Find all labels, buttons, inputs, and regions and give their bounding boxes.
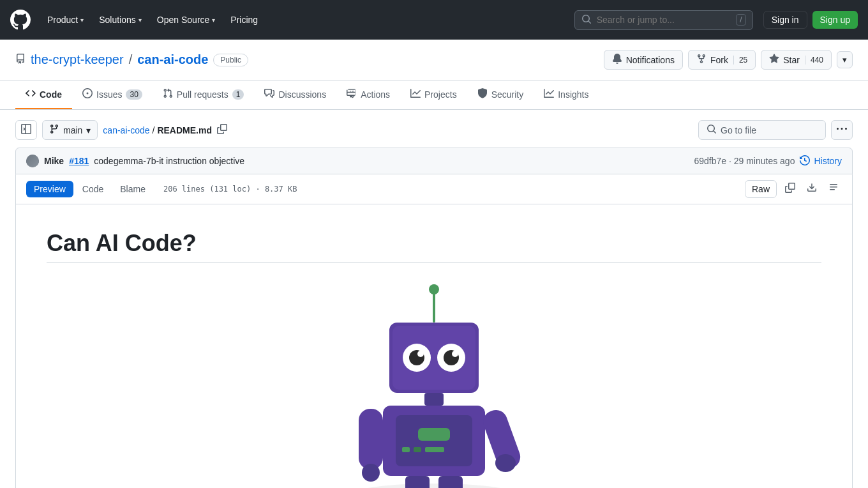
tab-code[interactable]: Code	[15, 80, 72, 109]
fork-label: Fork	[710, 55, 728, 65]
repo-tabs: Code Issues 30 Pull requests 1 Discussio…	[0, 80, 868, 110]
copy-content-button[interactable]	[782, 179, 798, 199]
history-icon	[800, 155, 810, 167]
robot-illustration	[47, 278, 821, 488]
notifications-button[interactable]: Notifications	[604, 50, 683, 70]
tab-code[interactable]: Code	[75, 181, 111, 197]
nav-auth: Sign in Sign up	[763, 11, 858, 29]
raw-button[interactable]: Raw	[745, 180, 777, 198]
svg-rect-15	[402, 447, 410, 452]
tab-actions[interactable]: Actions	[336, 80, 400, 109]
svg-rect-17	[425, 447, 444, 452]
tab-insights-label: Insights	[558, 89, 588, 100]
fork-count: 25	[733, 56, 747, 65]
nav-solutions[interactable]: Solutions ▾	[93, 10, 148, 30]
robot-svg	[326, 278, 542, 488]
svg-rect-14	[418, 428, 450, 441]
repo-header: the-crypt-keeper / can-ai-code Public No…	[0, 40, 868, 80]
tab-insights[interactable]: Insights	[534, 80, 599, 109]
history-label: History	[814, 156, 842, 166]
fork-button[interactable]: Fork 25	[688, 50, 756, 70]
tab-pull-requests[interactable]: Pull requests 1	[153, 80, 255, 109]
commit-left: Mike #181 codegemma-7b-it instruction ob…	[26, 155, 244, 167]
tab-issues-label: Issues	[96, 89, 122, 100]
tab-security[interactable]: Security	[467, 80, 534, 109]
breadcrumb-right: Go to file	[698, 120, 853, 140]
insights-icon	[544, 88, 554, 100]
path-separator: /	[153, 125, 155, 135]
breadcrumb-repo-link[interactable]: can-ai-code	[103, 125, 149, 135]
file-path: can-ai-code / README.md	[103, 121, 230, 139]
search-bar[interactable]: /	[574, 10, 753, 30]
search-input[interactable]	[597, 15, 731, 25]
star-button[interactable]: Star 440	[761, 50, 832, 70]
readme-title: Can AI Code?	[47, 230, 821, 263]
branch-dropdown[interactable]: main ▾	[42, 120, 98, 140]
commit-hash[interactable]: #181	[69, 156, 89, 166]
search-shortcut: /	[736, 14, 745, 26]
go-to-file[interactable]: Go to file	[698, 120, 826, 140]
svg-rect-16	[414, 447, 421, 452]
file-tabs-bar: Preview Code Blame 206 lines (131 loc) ·…	[15, 174, 853, 204]
repo-visibility-badge: Public	[213, 54, 248, 66]
tab-projects-label: Projects	[424, 89, 457, 100]
repo-icon	[15, 54, 26, 66]
svg-point-21	[495, 454, 516, 472]
chevron-down-icon: ▾	[86, 125, 91, 135]
toc-button[interactable]	[825, 179, 842, 199]
actions-icon	[347, 88, 357, 100]
fork-icon	[696, 54, 707, 66]
commit-right: 69dfb7e · 29 minutes ago History	[694, 155, 842, 167]
copy-path-button[interactable]	[214, 121, 230, 139]
history-button[interactable]: History	[800, 155, 842, 167]
commit-bar: Mike #181 codegemma-7b-it instruction ob…	[15, 148, 853, 174]
commit-timestamp: 69dfb7e · 29 minutes ago	[694, 156, 795, 166]
github-logo[interactable]	[10, 10, 31, 30]
tab-blame[interactable]: Blame	[112, 181, 153, 197]
tab-discussions-label: Discussions	[278, 89, 326, 100]
security-icon	[477, 88, 488, 100]
nav-product[interactable]: Product ▾	[41, 10, 90, 30]
file-info: 206 lines (131 loc) · 8.37 KB	[163, 185, 297, 194]
svg-point-10	[452, 351, 458, 357]
issues-count: 30	[126, 89, 142, 100]
tab-projects[interactable]: Projects	[400, 80, 467, 109]
tab-discussions[interactable]: Discussions	[254, 80, 336, 109]
svg-rect-18	[359, 409, 383, 469]
file-tabs: Preview Code Blame	[26, 181, 153, 197]
svg-rect-22	[405, 476, 430, 488]
breadcrumb-left: main ▾ can-ai-code / README.md	[15, 120, 230, 140]
download-button[interactable]	[804, 179, 820, 199]
tab-code-label: Code	[40, 89, 62, 100]
svg-point-9	[417, 351, 424, 357]
signin-button[interactable]: Sign in	[763, 11, 807, 29]
branch-icon	[49, 124, 59, 136]
sidebar-toggle[interactable]	[15, 120, 37, 140]
add-star-button[interactable]: ▾	[837, 51, 853, 68]
tab-issues[interactable]: Issues 30	[72, 80, 153, 109]
repo-title-area: the-crypt-keeper / can-ai-code Public	[15, 52, 248, 77]
file-area: main ▾ can-ai-code / README.md	[0, 110, 868, 488]
pr-count: 1	[232, 89, 244, 100]
tab-preview[interactable]: Preview	[26, 181, 73, 197]
nav-items: Product ▾ Solutions ▾ Open Source ▾ Pric…	[41, 10, 264, 30]
repo-owner[interactable]: the-crypt-keeper	[31, 52, 124, 67]
more-options-button[interactable]	[831, 120, 853, 140]
go-to-file-label: Go to file	[721, 125, 756, 135]
nav-pricing[interactable]: Pricing	[224, 10, 264, 30]
chevron-down-icon: ▾	[138, 17, 142, 24]
chevron-down-icon: ▾	[80, 17, 84, 24]
signup-button[interactable]: Sign up	[812, 11, 858, 29]
repo-actions: Notifications Fork 25 Star 440 ▾	[604, 50, 853, 80]
nav-open-source[interactable]: Open Source ▾	[151, 10, 222, 30]
discussions-icon	[264, 88, 274, 100]
breadcrumb-bar: main ▾ can-ai-code / README.md	[15, 120, 853, 140]
svg-rect-23	[438, 476, 463, 488]
tab-security-label: Security	[491, 89, 524, 100]
tab-actions-label: Actions	[361, 89, 390, 100]
repo-name[interactable]: can-ai-code	[137, 52, 208, 67]
bell-icon	[612, 54, 622, 66]
svg-point-2	[429, 284, 439, 294]
star-icon	[769, 54, 779, 66]
chevron-down-icon: ▾	[212, 17, 215, 24]
